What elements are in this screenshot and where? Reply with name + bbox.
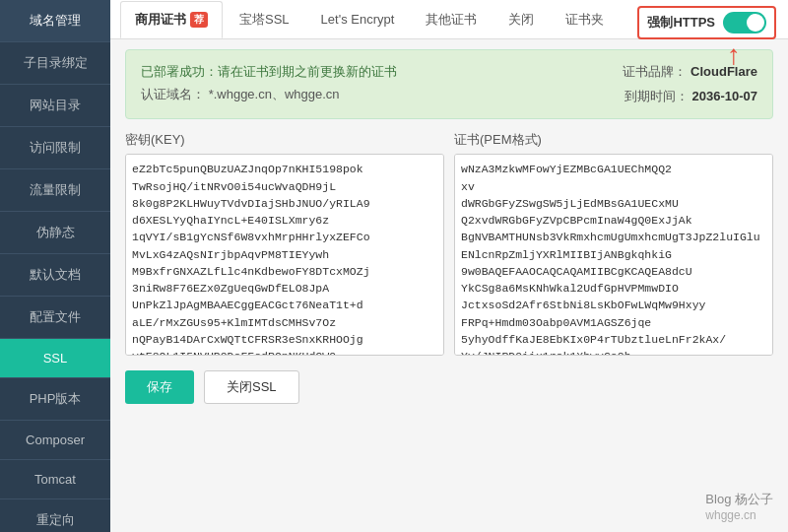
force-https-label: 强制HTTPS: [647, 14, 715, 32]
success-banner: 已部署成功：请在证书到期之前更换新的证书 认证域名： *.whgge.cn、wh…: [125, 49, 773, 119]
sidebar-item-PHP版本[interactable]: PHP版本: [0, 378, 110, 421]
success-main-text: 已部署成功：请在证书到期之前更换新的证书: [141, 60, 397, 83]
success-sub-text: 认证域名： *.whgge.cn、whgge.cn: [141, 83, 397, 105]
tab-bar: 商用证书荐宝塔SSLLet's Encrypt其他证书关闭证书夹 强制HTTPS: [110, 0, 788, 39]
main-content: 商用证书荐宝塔SSLLet's Encrypt其他证书关闭证书夹 强制HTTPS…: [110, 0, 788, 532]
tab-Let's Encrypt[interactable]: Let's Encrypt: [306, 1, 410, 38]
tab-关闭[interactable]: 关闭: [493, 1, 549, 38]
cert-label: 证书(PEM格式): [454, 131, 773, 149]
tab-宝塔SSL[interactable]: 宝塔SSL: [225, 1, 304, 38]
sidebar-item-流量限制[interactable]: 流量限制: [0, 169, 110, 212]
sidebar-item-域名管理[interactable]: 域名管理: [0, 0, 110, 42]
tab-商用证书[interactable]: 商用证书荐: [120, 1, 223, 38]
button-row: 保存 关闭SSL: [125, 370, 773, 404]
save-button[interactable]: 保存: [125, 370, 194, 404]
cert-input-area: 密钥(KEY) eZ2bTc5punQBUzUAZJnqOp7nKHI5198p…: [125, 131, 773, 359]
sidebar-item-重定向[interactable]: 重定向: [0, 499, 110, 532]
cert-textarea[interactable]: wNzA3MzkwMFowYjEZMBcGA1UEChMQQ2 xv dWRGb…: [454, 154, 773, 356]
tab-其他证书[interactable]: 其他证书: [411, 1, 492, 38]
sidebar-item-Tomcat[interactable]: Tomcat: [0, 460, 110, 499]
key-column: 密钥(KEY) eZ2bTc5punQBUzUAZJnqOp7nKHI5198p…: [125, 131, 444, 359]
sidebar-item-SSL[interactable]: SSL: [0, 339, 110, 378]
cert-column: 证书(PEM格式) wNzA3MzkwMFowYjEZMBcGA1UEChMQQ…: [454, 131, 773, 359]
cert-expire: 到期时间： 2036-10-07: [623, 85, 757, 109]
cert-brand: 证书品牌： CloudFlare: [623, 60, 757, 85]
close-ssl-button[interactable]: 关闭SSL: [204, 370, 299, 404]
force-https-toggle[interactable]: [723, 12, 766, 33]
watermark: Blog 杨公子 whgge.cn: [705, 491, 773, 522]
sidebar-item-访问限制[interactable]: 访问限制: [0, 127, 110, 169]
key-label: 密钥(KEY): [125, 131, 444, 149]
sidebar-item-伪静态[interactable]: 伪静态: [0, 212, 110, 254]
sidebar-item-子目录绑定[interactable]: 子目录绑定: [0, 42, 110, 85]
tab-证书夹[interactable]: 证书夹: [551, 1, 619, 38]
sidebar-item-配置文件[interactable]: 配置文件: [0, 297, 110, 339]
sidebar-item-Composer[interactable]: Composer: [0, 421, 110, 460]
content-area: 已部署成功：请在证书到期之前更换新的证书 认证域名： *.whgge.cn、wh…: [110, 39, 788, 414]
sidebar-item-默认文档[interactable]: 默认文档: [0, 254, 110, 297]
key-textarea[interactable]: eZ2bTc5punQBUzUAZJnqOp7nKHI5198pok TwRso…: [125, 154, 444, 356]
force-https-container: 强制HTTPS: [637, 6, 776, 39]
sidebar: 域名管理子目录绑定网站目录访问限制流量限制伪静态默认文档配置文件SSLPHP版本…: [0, 0, 110, 532]
sidebar-item-网站目录[interactable]: 网站目录: [0, 85, 110, 127]
